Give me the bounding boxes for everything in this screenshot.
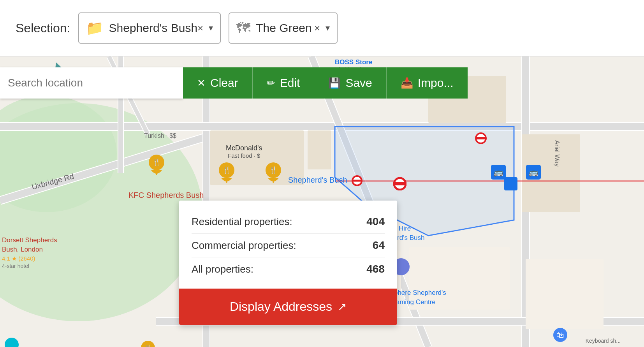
- import-icon: 📥: [401, 77, 413, 89]
- commercial-label: Commercial properties:: [192, 240, 296, 252]
- location-pin-teal: [4, 337, 19, 347]
- commercial-row: Commercial properties: 64: [192, 234, 385, 257]
- restaurant-pin-2: 🍴: [218, 162, 235, 184]
- residential-label: Residential properties:: [192, 216, 292, 228]
- clear-label: Clear: [210, 76, 238, 90]
- svg-text:🍴: 🍴: [222, 166, 231, 174]
- search-input[interactable]: [8, 77, 175, 89]
- external-link-icon: ↗: [338, 300, 347, 313]
- dorsett-label: Dorsett Shepherds Bush, London 4.1 ★ (26…: [2, 236, 57, 270]
- turkish-label: Turkish · $$: [144, 132, 176, 139]
- save-button[interactable]: 💾 Save: [314, 67, 386, 99]
- folder-icon: 📁: [86, 20, 104, 36]
- svg-rect-19: [308, 130, 331, 169]
- svg-rect-28: [504, 177, 517, 190]
- display-btn-label: Display Addresses: [230, 299, 332, 314]
- selection-2-text: The Green: [256, 21, 314, 35]
- commercial-value: 64: [373, 239, 385, 252]
- restaurant-pin-bottom: 🍴: [140, 340, 156, 347]
- map-icon: 🗺: [236, 20, 250, 36]
- all-label: All properties:: [192, 263, 253, 275]
- edit-icon: ✏: [267, 77, 275, 89]
- selection-label: Selection:: [16, 21, 70, 35]
- selection-1-text: Shepherd's Bush: [109, 21, 198, 35]
- selection-1-arrow[interactable]: ▾: [209, 23, 213, 33]
- bus-icon: 🚌: [491, 165, 506, 181]
- selection-2-dropdown[interactable]: 🗺 The Green × ▾: [229, 12, 338, 44]
- svg-text:🚌: 🚌: [529, 167, 538, 177]
- selection-2-arrow[interactable]: ▾: [326, 23, 330, 33]
- restaurant-pin-1: 🍴: [148, 154, 165, 176]
- residential-row: Residential properties: 404: [192, 210, 385, 234]
- keyboard-label: Keyboard sh...: [586, 338, 621, 344]
- action-buttons: ✕ Clear ✏ Edit 💾 Save 📥 Impo...: [183, 67, 468, 99]
- svg-point-50: [5, 338, 19, 347]
- svg-rect-24: [526, 259, 604, 329]
- svg-text:🍴: 🍴: [144, 344, 152, 347]
- edit-label: Edit: [280, 76, 300, 90]
- all-value: 468: [366, 263, 385, 275]
- kfc-label: KFC Shepherds Bush: [128, 191, 204, 200]
- search-bar[interactable]: [0, 67, 183, 99]
- bus-icon-2: 🚌: [526, 165, 541, 181]
- residential-value: 404: [366, 215, 385, 228]
- save-label: Save: [345, 76, 372, 90]
- import-button[interactable]: 📥 Impo...: [387, 67, 468, 99]
- svg-text:🚌: 🚌: [494, 167, 503, 177]
- all-properties-row: All properties: 468: [192, 257, 385, 281]
- mcdonalds-label: McDonald's Fast food · $: [226, 144, 262, 159]
- svg-text:🍴: 🍴: [152, 158, 161, 167]
- display-addresses-button[interactable]: Display Addresses ↗: [179, 289, 397, 325]
- selection-1-dropdown[interactable]: 📁 Shepherd's Bush × ▾: [78, 12, 221, 44]
- svg-text:🛍: 🛍: [556, 331, 564, 339]
- import-label: Impo...: [418, 76, 454, 90]
- clear-button[interactable]: ✕ Clear: [183, 67, 253, 99]
- selection-2-close[interactable]: ×: [314, 22, 320, 34]
- tube-indicator: [475, 132, 487, 144]
- edit-button[interactable]: ✏ Edit: [253, 67, 315, 99]
- restaurant-pin-3: 🍴: [265, 162, 282, 184]
- svg-rect-39: [394, 182, 406, 185]
- ariel-way-label: Ariel Way: [553, 140, 560, 167]
- svg-text:🍴: 🍴: [269, 166, 278, 174]
- svg-rect-47: [476, 137, 486, 139]
- selection-1-close[interactable]: ×: [197, 22, 203, 34]
- info-table: Residential properties: 404 Commercial p…: [179, 201, 397, 289]
- clear-icon: ✕: [197, 77, 206, 89]
- header-bar: Selection: 📁 Shepherd's Bush × ▾ 🗺 The G…: [0, 0, 644, 56]
- bag-icon: 🛍: [553, 327, 568, 344]
- info-panel: Residential properties: 404 Commercial p…: [179, 201, 397, 325]
- save-icon: 💾: [328, 77, 341, 89]
- map-area: Uxbridge Rd KFC Shepherds Bush Turkish ·…: [0, 56, 644, 347]
- tube-roundel: [393, 177, 406, 192]
- station-label: Shepherd's Bush: [288, 175, 362, 186]
